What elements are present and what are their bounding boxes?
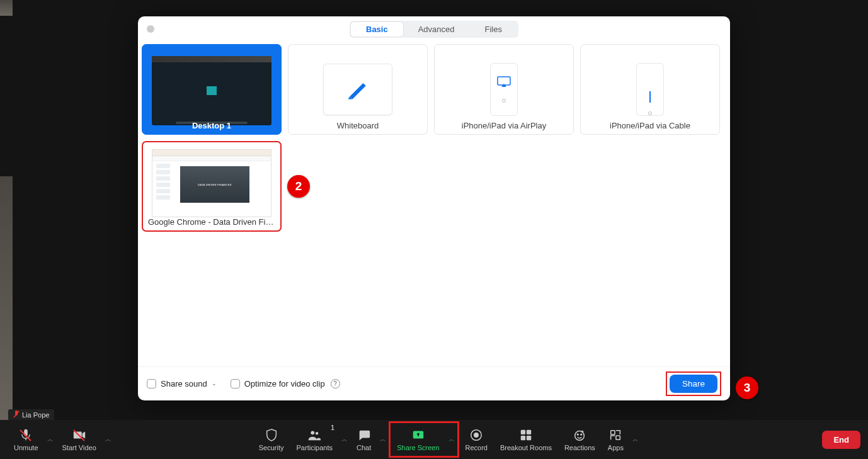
breakout-rooms-button[interactable]: Breakout Rooms (494, 422, 558, 456)
dialog-body: Desktop 1 Whiteboard iPhone/iPad via Air… (138, 42, 730, 366)
participants-button[interactable]: 1 Participants (290, 422, 339, 456)
svg-point-2 (316, 432, 318, 434)
share-button-highlight: Share (666, 371, 721, 396)
share-button[interactable]: Share (670, 375, 717, 393)
participants-icon (307, 428, 321, 442)
bg-decor (0, 0, 13, 16)
record-icon (469, 428, 483, 442)
tab-basic[interactable]: Basic (351, 22, 403, 37)
toolbar-label: Breakout Rooms (500, 444, 552, 451)
checkbox-label: Optimize for video clip (244, 379, 325, 388)
chevron-up-icon[interactable]: ︿ (446, 435, 457, 444)
svg-rect-6 (521, 429, 525, 434)
meeting-toolbar: Unmute ︿ Start Video ︿ Security 1 Partic… (0, 420, 868, 459)
svg-point-1 (311, 431, 315, 434)
breakout-rooms-icon (519, 428, 533, 442)
start-video-button[interactable]: Start Video (56, 422, 103, 456)
svg-point-5 (474, 433, 478, 436)
checkbox-icon (147, 379, 156, 388)
tile-label: iPhone/iPad via Cable (581, 121, 719, 130)
svg-rect-14 (616, 435, 620, 439)
svg-rect-13 (611, 430, 615, 434)
unmute-button[interactable]: Unmute (8, 422, 45, 456)
share-option-desktop[interactable]: Desktop 1 (142, 44, 282, 135)
dialog-footer: Share sound ⌄ Optimize for video clip ? … (138, 366, 730, 400)
annotation-3: 3 (736, 377, 758, 399)
toolbar-label: Unmute (14, 444, 38, 451)
record-button[interactable]: Record (459, 422, 494, 456)
share-screen-highlight: Share Screen ︿ (389, 421, 459, 458)
tile-label: Google Chrome - Data Driven Fina... (143, 217, 280, 227)
chevron-up-icon[interactable]: ︿ (630, 435, 641, 444)
share-option-whiteboard[interactable]: Whiteboard (288, 44, 428, 135)
share-screen-button[interactable]: Share Screen (391, 422, 445, 456)
chevron-up-icon[interactable]: ︿ (339, 435, 350, 444)
toolbar-label: Share Screen (397, 444, 439, 451)
video-off-icon (72, 428, 86, 442)
chevron-up-icon[interactable]: ︿ (45, 435, 56, 444)
svg-point-12 (581, 434, 582, 435)
chevron-down-icon[interactable]: ⌄ (212, 380, 217, 387)
shield-icon (265, 428, 278, 442)
share-screen-dialog: Basic Advanced Files Desktop 1 Whiteboar… (138, 16, 730, 400)
tab-segmented-control: Basic Advanced Files (350, 21, 518, 38)
toolbar-label: Chat (357, 444, 371, 451)
dialog-header: Basic Advanced Files (138, 16, 730, 42)
desktop-thumbnail (152, 56, 271, 125)
apps-button[interactable]: Apps (602, 422, 630, 456)
tile-label: iPhone/iPad via AirPlay (435, 121, 573, 130)
tab-advanced[interactable]: Advanced (403, 22, 470, 37)
chat-button[interactable]: Chat (350, 422, 377, 456)
microphone-muted-icon (19, 428, 33, 442)
end-button[interactable]: End (822, 431, 860, 449)
whiteboard-icon (323, 64, 392, 115)
svg-rect-9 (527, 435, 531, 439)
share-option-cable[interactable]: iPhone/iPad via Cable (580, 44, 720, 135)
share-sound-checkbox[interactable]: Share sound ⌄ (147, 379, 217, 388)
close-icon[interactable] (147, 25, 154, 33)
share-options-grid: Desktop 1 Whiteboard iPhone/iPad via Air… (142, 44, 726, 232)
checkbox-icon (231, 379, 240, 388)
reactions-button[interactable]: Reactions (558, 422, 602, 456)
apps-icon (608, 428, 622, 442)
share-option-chrome-window[interactable]: DATA DRIVEN FINANCES Google Chrome - Dat… (142, 141, 282, 232)
optimize-video-checkbox[interactable]: Optimize for video clip ? (231, 379, 340, 388)
help-icon[interactable]: ? (331, 379, 340, 388)
phone-cable-icon (636, 63, 664, 116)
toolbar-label: Start Video (62, 444, 96, 451)
toolbar-label: Reactions (564, 444, 595, 451)
svg-rect-7 (527, 429, 531, 434)
svg-rect-8 (521, 435, 525, 439)
tile-label: Whiteboard (288, 121, 427, 130)
svg-point-11 (578, 434, 579, 435)
chrome-window-thumbnail: DATA DRIVEN FINANCES (152, 149, 271, 217)
slide-title: DATA DRIVEN FINANCES (198, 183, 231, 186)
reactions-icon (573, 428, 586, 442)
participant-name: Lia Pope (22, 411, 49, 419)
chevron-up-icon[interactable]: ︿ (103, 435, 114, 444)
toolbar-label: Security (259, 444, 284, 451)
chat-icon (357, 428, 371, 442)
share-option-airplay[interactable]: iPhone/iPad via AirPlay (434, 44, 574, 135)
share-screen-icon (411, 428, 425, 442)
tile-label: Desktop 1 (142, 121, 281, 130)
chevron-up-icon[interactable]: ︿ (377, 435, 389, 444)
checkbox-label: Share sound (161, 379, 207, 388)
participant-name-tag: Lia Pope (8, 409, 54, 421)
annotation-2: 2 (287, 175, 310, 198)
toolbar-label: Record (465, 444, 488, 451)
toolbar-label: Participants (297, 444, 333, 451)
tab-files[interactable]: Files (470, 22, 517, 37)
phone-icon (490, 63, 518, 116)
toolbar-label: Apps (608, 444, 624, 451)
participants-count: 1 (331, 424, 334, 431)
mic-muted-icon (13, 411, 20, 419)
security-button[interactable]: Security (253, 422, 290, 456)
